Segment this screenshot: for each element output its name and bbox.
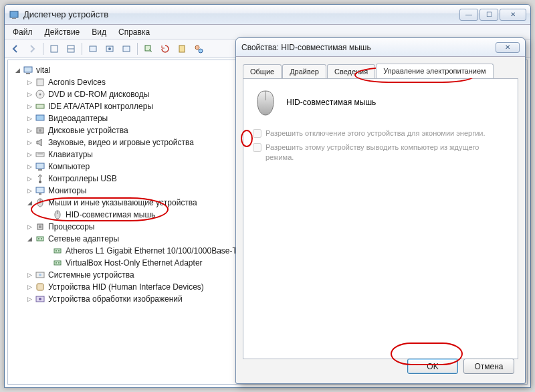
forward-button[interactable] bbox=[24, 41, 40, 56]
sound-icon bbox=[35, 137, 45, 148]
tree-item-label: Atheros L1 Gigabit Ethernet 10/100/1000B… bbox=[66, 246, 245, 256]
expander-icon[interactable]: ▷ bbox=[25, 90, 33, 98]
svg-point-26 bbox=[39, 181, 41, 183]
svg-rect-19 bbox=[36, 115, 44, 120]
tree-item-label: Клавиатуры bbox=[48, 150, 93, 159]
svg-point-11 bbox=[195, 45, 199, 50]
dialog-close-button[interactable]: ✕ bbox=[496, 42, 520, 53]
maximize-button[interactable]: ☐ bbox=[479, 9, 498, 21]
expander-icon[interactable]: ▷ bbox=[25, 271, 33, 279]
dialog-buttons: OK Отмена bbox=[407, 359, 514, 374]
svg-rect-15 bbox=[37, 79, 43, 86]
expander-icon[interactable]: ▷ bbox=[25, 163, 33, 171]
tree-item-label: Видеоадаптеры bbox=[48, 114, 108, 123]
device-header: HID-совместимая мышь bbox=[253, 88, 508, 116]
mouse-icon bbox=[253, 88, 278, 116]
tool-btn-3[interactable] bbox=[85, 41, 101, 56]
tool-uninstall-icon[interactable] bbox=[174, 41, 190, 56]
monitor-icon bbox=[35, 185, 45, 196]
tree-item-label: DVD и CD-ROM дисководы bbox=[48, 90, 149, 99]
svg-rect-25 bbox=[38, 169, 42, 171]
expander-icon[interactable]: ▷ bbox=[25, 223, 33, 231]
expander-icon[interactable] bbox=[43, 247, 51, 255]
minimize-button[interactable]: — bbox=[459, 9, 478, 21]
expander-icon[interactable]: ▷ bbox=[25, 283, 33, 291]
svg-rect-8 bbox=[123, 46, 130, 52]
tool-btn-4[interactable] bbox=[102, 41, 118, 56]
tool-scan-icon[interactable] bbox=[140, 41, 156, 56]
ok-button[interactable]: OK bbox=[407, 359, 458, 374]
tab-driver[interactable]: Драйвер bbox=[282, 64, 326, 79]
expander-icon[interactable]: ◢ bbox=[25, 235, 33, 243]
tool-btn-2[interactable] bbox=[63, 41, 79, 56]
expander-icon[interactable]: ▷ bbox=[25, 78, 33, 86]
expander-icon[interactable]: ▷ bbox=[25, 175, 33, 183]
svg-point-35 bbox=[41, 238, 42, 239]
expander-icon[interactable] bbox=[43, 211, 51, 219]
window-controls: — ☐ ✕ bbox=[459, 9, 526, 21]
svg-point-12 bbox=[199, 49, 203, 53]
menu-action[interactable]: Действие bbox=[39, 26, 86, 38]
menu-view[interactable]: Вид bbox=[86, 26, 112, 38]
device-name: HID-совместимая мышь bbox=[286, 98, 376, 107]
svg-rect-22 bbox=[36, 153, 44, 157]
tree-item-label: Сетевые адаптеры bbox=[48, 234, 119, 243]
svg-rect-18 bbox=[36, 104, 44, 108]
svg-point-46 bbox=[39, 298, 41, 300]
expander-icon[interactable] bbox=[43, 259, 51, 267]
back-button[interactable] bbox=[7, 41, 23, 56]
tab-power-management[interactable]: Управление электропитанием bbox=[376, 64, 493, 78]
tree-item-label: Acronis Devices bbox=[48, 78, 106, 87]
close-button[interactable]: ✕ bbox=[500, 9, 526, 21]
tree-item-label: Контроллеры USB bbox=[48, 174, 117, 183]
svg-rect-2 bbox=[51, 45, 58, 52]
tabstrip: Общие Драйвер Сведения Управление электр… bbox=[243, 64, 518, 78]
svg-rect-10 bbox=[179, 45, 185, 52]
checkbox-allow-wake: Разрешить этому устройству выводить комп… bbox=[253, 142, 508, 163]
titlebar[interactable]: Диспетчер устройств — ☐ ✕ bbox=[5, 5, 530, 25]
svg-rect-27 bbox=[36, 187, 44, 193]
checkbox-allow-wake-label: Разрешить этому устройству выводить комп… bbox=[265, 142, 508, 163]
expander-icon[interactable]: ▷ bbox=[25, 151, 33, 159]
expander-icon[interactable]: ◢ bbox=[25, 199, 33, 207]
expander-icon[interactable]: ◢ bbox=[13, 66, 21, 74]
svg-point-37 bbox=[56, 250, 57, 252]
app-icon bbox=[9, 9, 19, 20]
tree-item-label: Компьютер bbox=[48, 162, 90, 171]
expander-icon[interactable]: ▷ bbox=[25, 102, 33, 110]
usb-icon bbox=[35, 173, 45, 184]
tree-item-label: Устройства обработки изображений bbox=[48, 294, 183, 304]
tree-item-label: vital bbox=[36, 66, 50, 75]
tab-details[interactable]: Сведения bbox=[327, 64, 375, 79]
dialog-titlebar[interactable]: Свойства: HID-совместимая мышь ✕ bbox=[236, 38, 525, 57]
expander-icon[interactable]: ▷ bbox=[25, 295, 33, 303]
svg-point-17 bbox=[39, 94, 41, 96]
svg-point-34 bbox=[38, 238, 39, 239]
svg-rect-24 bbox=[36, 163, 44, 169]
expander-icon[interactable]: ▷ bbox=[25, 187, 33, 195]
svg-rect-13 bbox=[24, 67, 32, 72]
menu-file[interactable]: Файл bbox=[7, 26, 38, 38]
cancel-button[interactable]: Отмена bbox=[463, 359, 514, 374]
mouse-icon bbox=[35, 197, 45, 208]
tool-properties-icon[interactable] bbox=[191, 41, 207, 56]
tree-item-label: IDE ATA/ATAPI контроллеры bbox=[48, 102, 153, 111]
disk-icon bbox=[35, 125, 45, 136]
svg-rect-1 bbox=[12, 18, 16, 19]
svg-rect-14 bbox=[26, 73, 30, 74]
computer-icon bbox=[35, 161, 45, 172]
computer-icon bbox=[23, 65, 33, 76]
svg-point-41 bbox=[58, 262, 60, 264]
tree-item-label: Системные устройства bbox=[48, 270, 134, 280]
expander-icon[interactable]: ▷ bbox=[25, 126, 33, 134]
tool-update-icon[interactable] bbox=[157, 41, 173, 56]
svg-rect-5 bbox=[90, 46, 96, 52]
menu-help[interactable]: Справка bbox=[113, 26, 155, 38]
expander-icon[interactable]: ▷ bbox=[25, 138, 33, 146]
tool-btn-5[interactable] bbox=[118, 41, 134, 56]
tool-btn-1[interactable] bbox=[46, 41, 62, 56]
expander-icon[interactable]: ▷ bbox=[25, 114, 33, 122]
svg-rect-28 bbox=[39, 193, 41, 195]
svg-point-21 bbox=[39, 129, 41, 132]
tab-general[interactable]: Общие bbox=[243, 64, 282, 79]
